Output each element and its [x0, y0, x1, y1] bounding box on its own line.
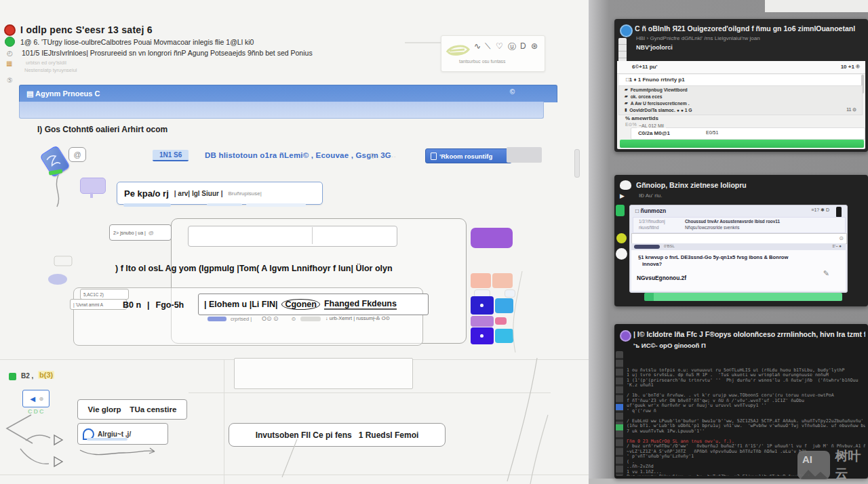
online-dot[interactable] — [5, 37, 15, 47]
green-square-icon — [9, 373, 16, 380]
rail-icon-folder[interactable]: ▦ — [6, 60, 12, 67]
code-line: 7 uk wuuñTvTwk 1Pw.Lpuuub'1'' — [627, 429, 865, 435]
flow-input-divider — [312, 227, 313, 244]
screenshot-root: ◴ ▦ ⑤ I odlp penc S'eesr 13 satej 6 1@ 6… — [0, 0, 868, 484]
control-circles-icon[interactable]: O⊙ ⊙ — [262, 315, 279, 322]
note-pink[interactable] — [495, 317, 507, 325]
footer-pill-box[interactable]: Invutsoben FIl Ce pi fens 1 Ruedsl Femoi — [229, 423, 446, 447]
panel2-body3: NGvsuEgnonou.2f — [637, 275, 686, 281]
note-salmon-2[interactable] — [492, 273, 513, 288]
list-item[interactable]: ▮ OovIdrDoiTa slamoc. ● ● 1 G 11 ⊙ — [619, 106, 862, 113]
keyword-card[interactable]: Pe kpa/o rj | arv| lgl Siuur | Bruñrupis… — [117, 182, 323, 205]
field-text-circled: Cgonen — [281, 299, 320, 310]
panel3-rail-blue-tile — [616, 404, 623, 410]
control-circle2-icon[interactable]: ⊙ — [292, 316, 296, 322]
subtitle-line2: 101/5 IEJtrsIvrlnloes| Prosrureeid sn vn… — [22, 49, 313, 57]
globe-icon: ⊛ — [39, 396, 44, 402]
shape-heart-icon[interactable]: ♡ — [496, 41, 503, 51]
version-box[interactable]: Vie glorp TUa censtire — [77, 399, 187, 420]
keyword-card-title: Pe kpa/o rj — [124, 188, 169, 199]
control-blue-pill[interactable] — [208, 317, 226, 321]
panel3-app-icon — [620, 330, 631, 342]
record-dot[interactable] — [4, 24, 16, 36]
pen-icon[interactable]: ∿ — [474, 41, 481, 51]
flow-line1: ) f lto ol osL Ag yom (Igpmulg |Tom( A l… — [115, 264, 393, 273]
panel2-input[interactable]: ⊙ — [631, 233, 847, 244]
detail-bold1: B0 n — [123, 300, 141, 310]
banner-badge-icon[interactable]: © — [510, 88, 515, 96]
list-item-icon: ▰ — [625, 101, 628, 105]
at-mention-icon[interactable]: @ — [68, 147, 86, 162]
panel1-title: C ñ oBlnIh Я21 Ouigezored'oilgnd f ñmu g… — [635, 24, 864, 33]
rail-icon-history[interactable]: ◴ — [7, 49, 13, 57]
scrollbar[interactable] — [574, 149, 580, 178]
list-item[interactable]: ▰ Feummtpnbug Viewttbord — [619, 86, 862, 93]
note-dot-1 — [480, 304, 484, 307]
field-text-a: | Elohem u |Li FIN| — [204, 300, 277, 309]
panel2-dark-pill — [634, 245, 660, 249]
flow-tab[interactable]: 2> jsnubo | ua | @ — [109, 224, 172, 241]
panel1-card[interactable]: ~AL 012 Mil C0/2a M0@1 E0/51 — [631, 127, 865, 140]
shape-circle-icon[interactable]: ⓤ — [508, 41, 516, 53]
panel2-play-icon: ▶ — [620, 193, 625, 199]
note-tab-2 — [505, 289, 515, 298]
list-item-icon: ▰ — [625, 87, 628, 92]
control-right-icons[interactable]: | ♸ O⊙ — [373, 315, 390, 321]
note-blue-1[interactable] — [495, 298, 513, 313]
query-box[interactable]: Alrgiu~t ,j/ — [77, 423, 168, 445]
panel1-card-left: C0/2a M0@1 — [638, 130, 670, 136]
pen-toolbar-caption: tantsurbuc osu funtass — [459, 59, 505, 64]
query-box-underline — [87, 438, 127, 441]
rail-icon-five[interactable]: ⑤ — [7, 77, 13, 84]
detail-field[interactable]: | Elohem u |Li FIN| Cgonen Fhanged Fkdeu… — [198, 294, 429, 315]
line-tool-icon[interactable]: ⟍ — [485, 41, 490, 51]
panel2-phone-icon[interactable] — [836, 207, 842, 218]
detail-sep: | — [147, 300, 150, 310]
panel1-selected-row[interactable]: □1 ♦ 1 Fnuno rrtnrty p1 — [618, 74, 863, 86]
resume-recording-button[interactable]: 'Rkoom rosuntifg — [425, 148, 512, 163]
b3-label: b(3) — [38, 371, 54, 379]
list-item[interactable]: ▰ ok. orcea eces — [619, 93, 862, 100]
list-item[interactable]: ▰ A Aw U fercisovcreticnem . — [619, 100, 862, 106]
faint-line1: urbtsn ed ory'lsldil — [26, 60, 66, 66]
panel1-content: 6©+11 pu' 10 +1 ® □1 ♦ 1 Fnuno rrtnrty p… — [617, 61, 865, 149]
panel2-user-icon — [620, 180, 631, 190]
panel2-body2: innova? — [642, 261, 662, 267]
control-sort-label[interactable]: ↓ urb-Xemrt | russum~ — [326, 315, 376, 321]
toolbar-muted: Q......... — [370, 152, 397, 159]
toolbar-links[interactable]: DB hlistotoun o1ra ñLemi© , Ecouvae , Gs… — [205, 151, 391, 159]
note-purple[interactable] — [471, 228, 513, 248]
panel2-sub: IĐ Au' riu. — [639, 193, 662, 199]
detail-bold-row: B0 n | Fgo-5h — [123, 300, 184, 310]
note-cyan[interactable] — [495, 329, 513, 343]
undo-tool[interactable]: ◄ ⊛ — [22, 390, 50, 407]
keyword-card-right: Bruñrupisuse| — [229, 190, 262, 197]
panel1-toolbar-right: 10 +1 ® — [841, 64, 860, 70]
panel2-title: Gñnoiop, Bzinx zietnese Ioliopru — [636, 181, 747, 189]
note-salmon-1[interactable] — [471, 273, 491, 288]
note-dot-2 — [480, 334, 484, 338]
chip-left[interactable]: | 'Uvrwt ammi A — [70, 299, 127, 310]
panel3-heading2: 'ъ ИС©- opO ginoooñ П — [633, 342, 706, 349]
banner[interactable]: ▤ Agynm Prnoeus C © — [19, 85, 557, 102]
main-canvas: ◴ ▦ ⑤ I odlp penc S'eesr 13 satej 6 1@ 6… — [0, 0, 589, 484]
tab-active[interactable]: 1N1 S6 — [153, 150, 189, 161]
panel2-pill-row: 0'BSL ≡'~ ● — [631, 243, 846, 250]
list-item-icon: ▰ — [625, 94, 628, 98]
note-violet[interactable] — [471, 316, 494, 327]
panel2-input-icon[interactable]: ⊙ — [839, 235, 844, 241]
panel2-row2-label: rkuvsñttnd — [639, 225, 658, 230]
watermark-text: 树叶云 — [835, 447, 868, 483]
shape-target-icon[interactable]: ⊛ — [531, 41, 538, 51]
panel2-pencil-icon[interactable]: ✎ — [823, 269, 829, 278]
flow-input[interactable] — [188, 226, 397, 247]
monitor-widget-stand — [90, 193, 93, 198]
page-title: I odlp penc S'eesr 13 satej 6 — [20, 24, 153, 35]
panel2-pill-label: 0'BSL — [664, 244, 675, 248]
faint-line2: Nestenslatp tyruynseiul — [24, 67, 77, 73]
highlight-scribble — [444, 41, 473, 59]
shape-d-icon[interactable]: D — [520, 41, 526, 51]
panel2-form-hdr-right: ≡1? ✱ D — [811, 207, 829, 213]
panel3-icon-rail — [616, 351, 623, 476]
chip-top[interactable]: 5,AC1C 2) — [80, 289, 129, 300]
